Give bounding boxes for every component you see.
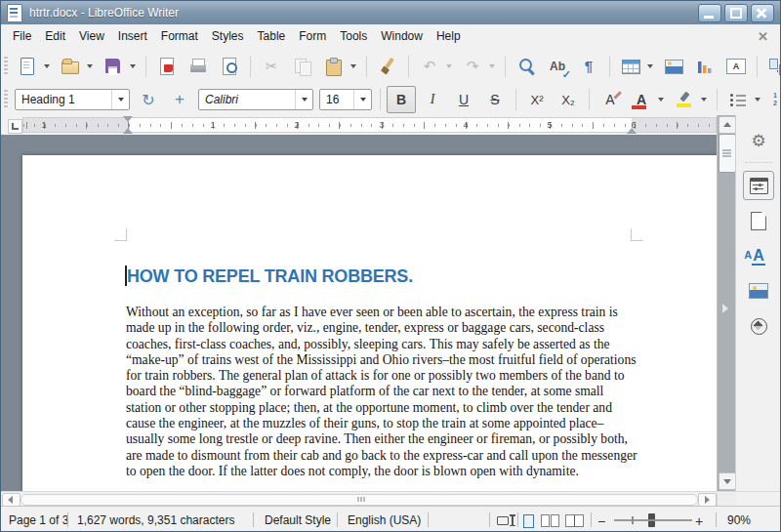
- menu-help[interactable]: Help: [430, 25, 468, 47]
- close-button[interactable]: [751, 4, 774, 22]
- vertical-scrollbar-thumb[interactable]: [719, 134, 736, 173]
- sidebar-settings-button[interactable]: ⚙: [743, 126, 774, 155]
- tab-stop-selector[interactable]: [8, 119, 22, 134]
- menu-format[interactable]: Format: [154, 25, 205, 47]
- menu-tools[interactable]: Tools: [333, 25, 374, 47]
- document-paragraph[interactable]: Without an exception, so far as I have e…: [126, 305, 640, 479]
- insert-textbox-button[interactable]: A: [721, 53, 751, 80]
- paragraph-style-dropdown[interactable]: [111, 90, 129, 109]
- zoom-level-status[interactable]: 90%: [727, 513, 751, 527]
- menu-file[interactable]: File: [6, 25, 38, 47]
- character-formatting-button[interactable]: A: [596, 86, 625, 113]
- paragraph-style-combobox[interactable]: Heading 1: [15, 89, 130, 110]
- strikethrough-button[interactable]: S: [480, 86, 510, 113]
- menu-form[interactable]: Form: [292, 25, 333, 47]
- font-color-dropdown[interactable]: [658, 98, 664, 102]
- left-indent-marker[interactable]: [123, 128, 133, 134]
- bold-button[interactable]: B: [387, 86, 416, 113]
- paste-dropdown[interactable]: [350, 64, 356, 68]
- right-indent-marker[interactable]: [627, 128, 637, 134]
- horizontal-scrollbar-thumb[interactable]: [21, 494, 698, 506]
- new-style-button[interactable]: +: [165, 86, 194, 113]
- insert-table-dropdown[interactable]: [647, 64, 653, 68]
- highlight-color-button[interactable]: [670, 86, 699, 113]
- menu-insert[interactable]: Insert: [111, 25, 154, 47]
- document-area[interactable]: HOW TO REPEL TRAIN ROBBERS. Without an e…: [1, 135, 717, 491]
- font-name-combobox[interactable]: Calibri: [198, 89, 313, 110]
- single-page-view-button[interactable]: [523, 514, 534, 528]
- menu-edit[interactable]: Edit: [38, 25, 72, 47]
- close-document-icon[interactable]: ✕: [758, 29, 768, 44]
- scroll-down-button[interactable]: [719, 472, 736, 490]
- minimize-button[interactable]: [698, 4, 721, 22]
- find-replace-button[interactable]: [512, 53, 541, 80]
- sidebar-navigator-tab[interactable]: [743, 311, 774, 341]
- menu-styles[interactable]: Styles: [205, 25, 251, 47]
- insert-table-button[interactable]: [616, 53, 645, 80]
- sidebar-properties-tab[interactable]: [743, 171, 774, 200]
- highlight-color-dropdown[interactable]: [701, 98, 707, 102]
- first-line-indent-marker[interactable]: [123, 116, 133, 122]
- open-button[interactable]: [56, 53, 85, 80]
- insert-chart-button[interactable]: [690, 53, 719, 80]
- sidebar-styles-tab[interactable]: A: [743, 241, 774, 270]
- zoom-in-icon[interactable]: +: [695, 513, 703, 529]
- underline-button[interactable]: U: [449, 86, 478, 113]
- print-button[interactable]: [184, 53, 213, 80]
- page-count-status[interactable]: Page 1 of 3: [9, 513, 68, 527]
- toolbar-grip[interactable]: [4, 57, 8, 76]
- font-size-dropdown[interactable]: [353, 90, 371, 109]
- sidebar-collapse-arrow-icon[interactable]: [722, 304, 728, 313]
- document-heading[interactable]: HOW TO REPEL TRAIN ROBBERS.: [127, 266, 413, 287]
- insert-page-break-button[interactable]: [763, 53, 781, 80]
- menu-window[interactable]: Window: [374, 25, 430, 47]
- font-name-dropdown[interactable]: [295, 90, 312, 109]
- multi-page-view-button[interactable]: [541, 514, 550, 527]
- italic-button[interactable]: I: [418, 86, 447, 113]
- zoom-out-icon[interactable]: −: [597, 513, 605, 529]
- word-count-status[interactable]: 1,627 words, 9,351 characters: [77, 513, 234, 527]
- maximize-button[interactable]: [724, 4, 748, 22]
- print-preview-button[interactable]: [215, 53, 244, 80]
- clone-formatting-button[interactable]: [373, 53, 402, 80]
- vertical-scrollbar[interactable]: [717, 115, 735, 491]
- update-style-button[interactable]: ↻: [134, 86, 163, 113]
- toolbar-grip[interactable]: [4, 90, 8, 109]
- bullet-list-dropdown[interactable]: [755, 98, 760, 102]
- scroll-right-button[interactable]: [698, 493, 717, 507]
- language-status[interactable]: English (USA): [348, 513, 421, 527]
- bullet-list-button[interactable]: [723, 86, 753, 113]
- document-page[interactable]: HOW TO REPEL TRAIN ROBBERS. Without an e…: [22, 155, 717, 491]
- formatting-marks-button[interactable]: ¶: [574, 53, 603, 80]
- menu-view[interactable]: View: [72, 25, 111, 47]
- export-pdf-button[interactable]: [152, 53, 182, 80]
- superscript-button[interactable]: X²: [522, 86, 552, 113]
- paste-button[interactable]: [319, 53, 349, 80]
- sidebar-page-tab[interactable]: [743, 206, 774, 235]
- insert-image-button[interactable]: [659, 53, 688, 80]
- spelling-button[interactable]: Ab: [543, 53, 572, 80]
- menu-table[interactable]: Table: [251, 25, 293, 47]
- sidebar-gallery-tab[interactable]: [743, 276, 774, 306]
- book-view-button[interactable]: [565, 514, 575, 527]
- horizontal-scrollbar[interactable]: [1, 491, 781, 506]
- ruler-number: 2: [294, 120, 299, 130]
- open-dropdown[interactable]: [87, 64, 93, 68]
- maximize-icon: [730, 8, 742, 19]
- subscript-button[interactable]: X₂: [554, 86, 583, 113]
- font-size-combobox[interactable]: 16: [319, 89, 372, 110]
- font-color-button[interactable]: A: [627, 86, 656, 113]
- new-document-button[interactable]: [13, 53, 42, 80]
- titlebar[interactable]: htrtr.docx - LibreOffice Writer: [1, 1, 780, 24]
- scroll-up-button[interactable]: [719, 116, 736, 134]
- numbered-list-button[interactable]: [766, 86, 781, 113]
- save-dropdown[interactable]: [130, 64, 136, 68]
- scroll-left-button[interactable]: [2, 493, 21, 507]
- page-style-status[interactable]: Default Style: [265, 513, 331, 527]
- zoom-slider-thumb[interactable]: [648, 513, 655, 527]
- insert-mode-icon[interactable]: [497, 516, 509, 525]
- save-button[interactable]: [99, 53, 128, 80]
- strikethrough-icon: S: [490, 92, 499, 107]
- new-document-dropdown[interactable]: [44, 64, 50, 68]
- horizontal-ruler[interactable]: 1 1 2 3 4 5 6: [22, 117, 717, 133]
